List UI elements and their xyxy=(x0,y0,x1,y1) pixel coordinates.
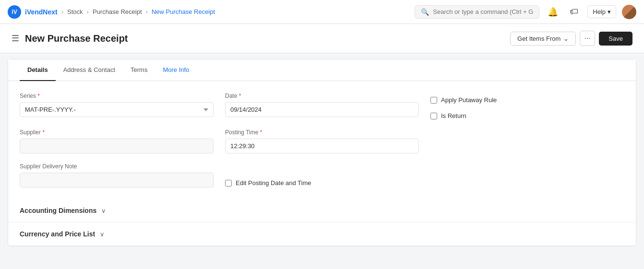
supplier-delivery-label: Supplier Delivery Note xyxy=(20,163,214,170)
nav-right: 🔍 🔔 🏷 Help ▾ xyxy=(415,4,636,20)
form-row-1: Series * MAT-PRE-.YYYY.- Date * Apply Pu… xyxy=(20,93,624,119)
supplier-input[interactable] xyxy=(20,139,214,153)
supplier-label: Supplier * xyxy=(20,129,214,136)
sep2: › xyxy=(87,8,89,15)
tab-more-info[interactable]: More Info xyxy=(155,59,197,81)
tab-terms[interactable]: Terms xyxy=(123,59,155,81)
series-select[interactable]: MAT-PRE-.YYYY.- xyxy=(20,102,214,117)
header-left: ☰ New Purchase Receipt xyxy=(12,33,128,44)
apply-putaway-group: Apply Putaway Rule xyxy=(430,96,624,104)
breadcrumb-new: New Purchase Receipt xyxy=(152,8,215,15)
notifications-icon[interactable]: 🔔 xyxy=(545,4,561,20)
is-return-label: Is Return xyxy=(441,112,466,119)
accounting-dimensions-title: Accounting Dimensions xyxy=(20,207,96,214)
page-header: ☰ New Purchase Receipt Get Items From ⌄ … xyxy=(0,24,644,53)
tab-details[interactable]: Details xyxy=(20,59,56,81)
supplier-delivery-group: Supplier Delivery Note xyxy=(20,163,214,187)
dropdown-icon: ⌄ xyxy=(563,35,569,42)
supplier-required: * xyxy=(42,129,45,136)
page-title: New Purchase Receipt xyxy=(25,33,128,44)
posting-time-group: Posting Time * xyxy=(225,129,419,153)
series-label: Series * xyxy=(20,93,214,99)
edit-posting-label: Edit Posting Date and Time xyxy=(236,179,311,187)
app-logo: iV xyxy=(8,5,21,19)
form-row-3: Supplier Delivery Note Edit Posting Date… xyxy=(20,163,624,187)
chevron-down-icon: ▾ xyxy=(608,8,611,15)
series-required: * xyxy=(37,93,40,99)
top-navigation: iV iVendNext › Stock › Purchase Receipt … xyxy=(0,0,644,24)
posting-time-required: * xyxy=(260,129,262,136)
empty-col-2 xyxy=(430,163,624,187)
search-input[interactable] xyxy=(433,8,533,15)
tab-address-contact[interactable]: Address & Contact xyxy=(56,59,123,81)
series-group: Series * MAT-PRE-.YYYY.- xyxy=(20,93,214,119)
apply-putaway-label: Apply Putaway Rule xyxy=(441,96,497,104)
edit-posting-group: Edit Posting Date and Time xyxy=(225,163,419,187)
date-required: * xyxy=(239,93,241,99)
right-col-top: Apply Putaway Rule Is Return xyxy=(430,93,624,119)
header-right: Get Items From ⌄ ··· Save xyxy=(510,31,632,46)
form-row-2: Supplier * Posting Time * xyxy=(20,129,624,153)
empty-col xyxy=(430,129,624,153)
form-area: Series * MAT-PRE-.YYYY.- Date * Apply Pu… xyxy=(8,81,636,187)
sidebar-toggle-icon[interactable]: ☰ xyxy=(12,33,19,44)
nav-left: iV iVendNext › Stock › Purchase Receipt … xyxy=(8,5,215,19)
date-input[interactable] xyxy=(225,102,419,117)
supplier-group: Supplier * xyxy=(20,129,214,153)
breadcrumb-stock[interactable]: Stock xyxy=(67,8,83,15)
date-label: Date * xyxy=(225,93,419,99)
save-button[interactable]: Save xyxy=(599,32,632,46)
main-card: Details Address & Contact Terms More Inf… xyxy=(8,59,636,246)
accounting-dimensions-chevron-icon: ∨ xyxy=(101,207,106,214)
supplier-delivery-input[interactable] xyxy=(20,173,214,187)
is-return-checkbox[interactable] xyxy=(430,113,437,119)
apply-putaway-checkbox[interactable] xyxy=(430,97,437,104)
edit-posting-checkbox-group: Edit Posting Date and Time xyxy=(225,179,419,187)
brand-name: iVendNext xyxy=(25,8,58,16)
tab-bar: Details Address & Contact Terms More Inf… xyxy=(8,59,636,81)
search-bar[interactable]: 🔍 xyxy=(415,5,539,19)
get-items-button[interactable]: Get Items From ⌄ xyxy=(510,32,576,46)
currency-price-list-section[interactable]: Currency and Price List ∨ xyxy=(8,222,636,246)
sep1: › xyxy=(61,8,63,15)
search-icon: 🔍 xyxy=(421,8,429,16)
tag-icon[interactable]: 🏷 xyxy=(566,4,582,20)
help-button[interactable]: Help ▾ xyxy=(587,5,616,18)
posting-time-label: Posting Time * xyxy=(225,129,419,136)
more-options-button[interactable]: ··· xyxy=(580,31,595,46)
currency-price-list-chevron-icon: ∨ xyxy=(100,231,105,238)
accounting-dimensions-section[interactable]: Accounting Dimensions ∨ xyxy=(8,199,636,222)
posting-time-input[interactable] xyxy=(225,139,419,153)
currency-price-list-title: Currency and Price List xyxy=(20,230,95,238)
breadcrumb-purchase-receipt[interactable]: Purchase Receipt xyxy=(93,8,142,15)
is-return-group: Is Return xyxy=(430,112,624,119)
avatar[interactable] xyxy=(622,5,636,19)
date-group: Date * xyxy=(225,93,419,119)
sep3: › xyxy=(146,8,148,15)
edit-posting-checkbox[interactable] xyxy=(225,180,232,187)
